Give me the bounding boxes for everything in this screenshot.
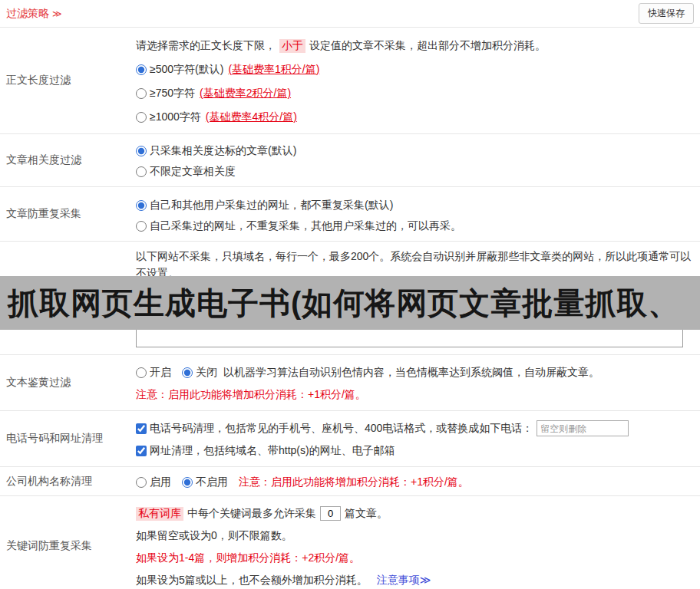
radio-relevance-yes[interactable] [136, 146, 147, 156]
row-label-porn-filter: 文本鉴黄过滤 [0, 355, 136, 410]
row-phone-url-cleanup: 电话号码和网址清理 电话号码清理，包括常见的手机号、座机号、400电话格式，或替… [0, 411, 700, 467]
body-length-intro: 请选择需求的正文长度下限， 小于 设定值的文章不采集，超出部分不增加积分消耗。 [136, 34, 694, 58]
topbar: 过滤策略 ≫ 快速保存 [0, 0, 700, 28]
radio-option-1000chars[interactable]: ≥1000字符 [136, 110, 201, 124]
row-dedupe: 文章防重复采集 自己和其他用户采集过的网址，都不重复采集(默认) 自己采集过的网… [0, 187, 700, 242]
page-title-text: 过滤策略 [6, 7, 49, 21]
notice-link[interactable]: 注意事项≫ [377, 574, 431, 587]
radio-porn-on[interactable] [136, 367, 147, 378]
keyword-note-line2: 如果留空或设为0，则不限篇数。 [136, 525, 694, 547]
radio-dedupe-all[interactable] [136, 200, 147, 211]
radio-company-off[interactable] [182, 477, 193, 488]
rate-note-3: (基础费率4积分/篇) [206, 110, 297, 124]
radio-option-relevance-yes[interactable]: 只采集相关度达标的文章(默认) [136, 144, 296, 158]
radio-option-company-on[interactable]: 启用 [136, 475, 171, 489]
keyword-note-line3: 如果设为1-4篇，则增加积分消耗：+2积分/篇。 [136, 547, 694, 569]
porn-filter-note: 注意：启用此功能将增加积分消耗：+1积分/篇。 [136, 383, 694, 406]
checkbox-option-url-cleanup[interactable]: 网址清理，包括纯域名、带http(s)的网址、电子邮箱 [136, 444, 395, 458]
radio-option-dedupe-own[interactable]: 自己采集过的网址，不重复采集，其他用户采集过的，可以再采。 [136, 219, 461, 233]
phone-replace-input[interactable] [537, 420, 629, 436]
keyword-count-input[interactable] [320, 506, 341, 521]
watermark-text: 抓取网页生成电子书(如何将网页文章批量抓取、 [0, 282, 679, 324]
checkbox-url-cleanup[interactable] [136, 446, 147, 456]
row-keyword-dedupe: 关键词防重复采集 私有词库 中每个关键词最多允许采集 篇文章。 如果留空或设为0… [0, 496, 700, 589]
porn-filter-desc: 以机器学习算法自动识别色情内容，当色情概率达到系统阈值，自动屏蔽文章。 [223, 366, 599, 380]
quick-save-button[interactable]: 快速保存 [639, 3, 694, 24]
radio-option-porn-on[interactable]: 开启 [136, 366, 171, 380]
row-label-body-length: 正文长度过滤 [0, 28, 136, 133]
highlight-private-lexicon: 私有词库 [136, 507, 183, 521]
radio-option-porn-off[interactable]: 关闭 [182, 366, 217, 380]
row-porn-filter: 文本鉴黄过滤 开启 关闭 以机器学习算法自动识别色情内容，当色情概率达到系统阈值… [0, 355, 700, 411]
radio-option-750chars[interactable]: ≥750字符 [136, 87, 195, 100]
rate-note-2: (基础费率2积分/篇) [200, 87, 291, 100]
watermark-overlay: 抓取网页生成电子书(如何将网页文章批量抓取、 [0, 276, 700, 330]
row-label-dedupe: 文章防重复采集 [0, 187, 136, 241]
radio-500chars[interactable] [136, 64, 147, 75]
rate-note-1: (基础费率1积分/篇) [228, 63, 319, 77]
company-cleanup-note: 注意：启用此功能将增加积分消耗：+1积分/篇。 [239, 475, 469, 489]
radio-porn-off[interactable] [182, 367, 193, 378]
highlight-less-than: 小于 [279, 39, 305, 53]
row-label-phone-url: 电话号码和网址清理 [0, 411, 136, 466]
radio-relevance-no[interactable] [136, 166, 147, 177]
row-label-company: 公司机构名称清理 [0, 467, 136, 495]
radio-750chars[interactable] [136, 88, 147, 99]
radio-company-on[interactable] [136, 477, 147, 488]
row-label-relevance: 文章相关度过滤 [0, 134, 136, 186]
row-company-cleanup: 公司机构名称清理 启用 不启用 注意：启用此功能将增加积分消耗：+1积分/篇。 [0, 467, 700, 496]
radio-option-relevance-no[interactable]: 不限定文章相关度 [136, 165, 236, 179]
keyword-note-line4: 如果设为5篇或以上，也不会额外增加积分消耗。 [136, 574, 368, 587]
chevron-icon: ≫ [52, 8, 62, 19]
checkbox-option-phone-cleanup[interactable]: 电话号码清理，包括常见的手机号、座机号、400电话格式，或替换成如下电话： [136, 422, 533, 436]
row-relevance: 文章相关度过滤 只采集相关度达标的文章(默认) 不限定文章相关度 [0, 134, 700, 187]
checkbox-phone-cleanup[interactable] [136, 423, 147, 434]
row-body-length: 正文长度过滤 请选择需求的正文长度下限， 小于 设定值的文章不采集，超出部分不增… [0, 28, 700, 134]
radio-dedupe-own[interactable] [136, 221, 147, 232]
filter-strategy-title[interactable]: 过滤策略 ≫ [6, 7, 62, 21]
radio-option-500chars[interactable]: ≥500字符(默认) [136, 63, 223, 77]
radio-option-dedupe-all[interactable]: 自己和其他用户采集过的网址，都不重复采集(默认) [136, 199, 393, 212]
radio-option-company-off[interactable]: 不启用 [182, 475, 228, 489]
row-label-keyword: 关键词防重复采集 [0, 496, 136, 589]
radio-1000chars[interactable] [136, 112, 147, 123]
